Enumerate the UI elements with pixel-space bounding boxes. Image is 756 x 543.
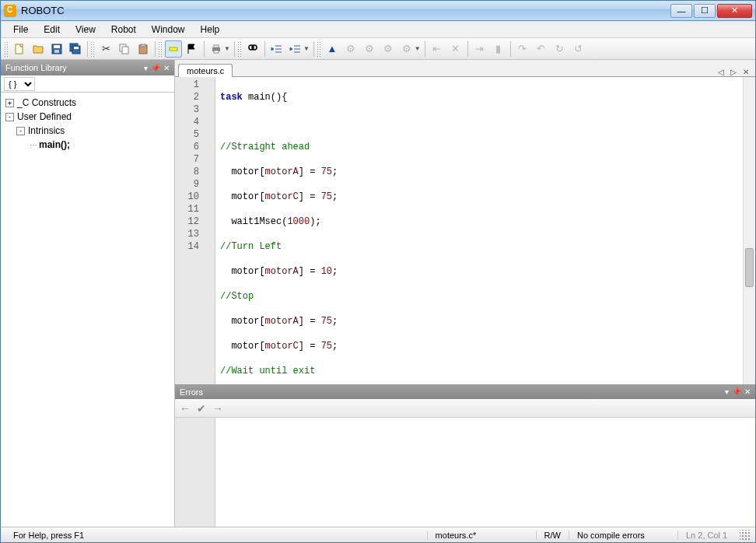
next-error-icon[interactable]: →: [212, 402, 223, 415]
tree-node-main[interactable]: ⋯ main();: [2, 138, 173, 152]
line-number: 10: [178, 191, 199, 203]
copy-icon[interactable]: [116, 40, 133, 58]
tool-dropdown-icon[interactable]: ▼: [415, 45, 421, 52]
panel-pin-icon[interactable]: 📌: [732, 387, 741, 396]
toolbar-grip[interactable]: [237, 41, 242, 57]
function-tree[interactable]: + _C Constructs - User Defined - Intrins…: [1, 93, 174, 527]
svg-rect-0: [16, 44, 23, 54]
library-selector: { }: [1, 75, 174, 93]
line-number: 2: [178, 91, 199, 103]
tab-close-icon[interactable]: ✕: [740, 68, 752, 76]
prev-error-icon[interactable]: ←: [180, 402, 191, 415]
status-help: For Help, press F1: [5, 531, 427, 540]
outdent-icon[interactable]: [268, 40, 285, 58]
vertical-scrollbar[interactable]: [743, 77, 755, 384]
toolbar-grip[interactable]: [90, 41, 95, 57]
toolbar-grip[interactable]: [4, 41, 9, 57]
status-file: moteurs.c*: [427, 531, 536, 540]
resize-grip-icon[interactable]: [740, 530, 751, 541]
errors-title: Errors: [180, 387, 203, 397]
code-text[interactable]: task main(){ //Straight ahead motor[moto…: [215, 77, 743, 384]
compile-icon[interactable]: ▲: [324, 40, 341, 58]
flag-icon[interactable]: [184, 40, 201, 58]
maximize-button[interactable]: ☐: [694, 4, 716, 18]
debug-icon[interactable]: ↷: [514, 40, 531, 58]
line-number: 7: [178, 153, 199, 166]
function-library-panel: Function Library ▾ 📌 ✕ { } + _C Construc…: [1, 60, 175, 527]
menu-window[interactable]: Window: [145, 23, 191, 37]
panel-pin-icon[interactable]: 📌: [151, 64, 160, 72]
errors-toolbar: ← ✔ →: [175, 399, 755, 418]
tree-label: User Defined: [17, 111, 72, 122]
menu-help[interactable]: Help: [194, 23, 226, 37]
panel-dropdown-icon[interactable]: ▾: [144, 64, 148, 72]
library-dropdown[interactable]: { }: [4, 77, 35, 91]
svg-rect-2: [54, 45, 60, 48]
debug-icon[interactable]: ↺: [570, 40, 587, 58]
editor-panel: moteurs.c ◁ ▷ ✕ 1 2 3 4 5 6 7 8 9 10 11 …: [175, 60, 755, 527]
function-library-header[interactable]: Function Library ▾ 📌 ✕: [1, 60, 174, 75]
menu-file[interactable]: File: [7, 23, 34, 37]
check-icon[interactable]: ✔: [197, 402, 206, 415]
menu-edit[interactable]: Edit: [37, 23, 66, 37]
debug-stop-icon[interactable]: ✕: [447, 40, 464, 58]
line-number: 6: [178, 141, 199, 153]
close-button[interactable]: ✕: [717, 4, 752, 18]
panel-close-icon[interactable]: ✕: [744, 387, 751, 396]
indent-dropdown-icon[interactable]: ▼: [303, 45, 310, 52]
tree-node-intrinsics[interactable]: - Intrinsics: [2, 124, 173, 138]
collapse-icon[interactable]: -: [5, 113, 14, 121]
tree-node-constructs[interactable]: + _C Constructs: [2, 96, 173, 110]
tab-prev-icon[interactable]: ◁: [715, 68, 727, 76]
app-window: ROBOTC — ☐ ✕ File Edit View Robot Window…: [0, 0, 756, 543]
cut-icon[interactable]: ✂: [97, 40, 114, 58]
panel-dropdown-icon[interactable]: ▾: [725, 387, 729, 396]
errors-list[interactable]: [175, 418, 755, 527]
debug-icon[interactable]: ↻: [551, 40, 569, 58]
tool-icon[interactable]: ⚙: [342, 40, 359, 58]
tree-label: Intrinsics: [28, 125, 65, 136]
svg-rect-11: [170, 47, 177, 51]
print-dropdown-icon[interactable]: ▼: [224, 45, 230, 52]
menu-view[interactable]: View: [69, 23, 102, 37]
open-file-icon[interactable]: [30, 40, 47, 58]
debug-step-icon[interactable]: ⇤: [429, 40, 446, 58]
tool-icon[interactable]: ⚙: [380, 40, 397, 58]
line-number: 12: [178, 215, 199, 228]
save-all-icon[interactable]: [67, 40, 84, 58]
tool-icon[interactable]: ⚙: [398, 40, 415, 58]
scrollbar-thumb[interactable]: [745, 248, 754, 287]
toolbar-grip[interactable]: [158, 41, 163, 57]
panel-title: Function Library: [5, 63, 67, 72]
print-icon[interactable]: [208, 40, 225, 58]
save-icon[interactable]: [48, 40, 65, 58]
debug-icon[interactable]: ▮: [490, 40, 507, 58]
indent-icon[interactable]: [287, 40, 304, 58]
errors-header[interactable]: Errors ▾ 📌 ✕: [175, 384, 755, 399]
debug-icon[interactable]: ↶: [533, 40, 550, 58]
tab-moteurs[interactable]: moteurs.c: [178, 64, 233, 77]
minimize-button[interactable]: —: [670, 4, 692, 18]
status-compile: No compile errors: [569, 531, 677, 540]
line-number: 3: [178, 103, 199, 116]
main-area: Function Library ▾ 📌 ✕ { } + _C Construc…: [1, 60, 755, 527]
menubar: File Edit View Robot Window Help: [1, 21, 755, 38]
toggle-tool-icon[interactable]: [165, 40, 182, 58]
line-gutter: 1 2 3 4 5 6 7 8 9 10 11 12 13 14: [175, 77, 215, 384]
tool-icon[interactable]: ⚙: [361, 40, 378, 58]
paste-icon[interactable]: [135, 40, 152, 58]
tab-next-icon[interactable]: ▷: [727, 68, 740, 76]
new-file-icon[interactable]: [11, 40, 28, 58]
line-number: 4: [178, 116, 199, 128]
collapse-icon[interactable]: -: [16, 127, 25, 135]
expand-icon[interactable]: +: [5, 99, 14, 107]
menu-robot[interactable]: Robot: [105, 23, 142, 37]
panel-close-icon[interactable]: ✕: [163, 64, 170, 72]
status-rw: R/W: [536, 531, 569, 540]
code-editor[interactable]: 1 2 3 4 5 6 7 8 9 10 11 12 13 14 task ma…: [175, 77, 755, 384]
find-icon[interactable]: [244, 40, 261, 58]
titlebar[interactable]: ROBOTC — ☐ ✕: [1, 1, 755, 21]
tree-node-userdefined[interactable]: - User Defined: [2, 110, 173, 124]
toolbar-grip[interactable]: [317, 41, 321, 57]
debug-icon[interactable]: ⇥: [471, 40, 488, 58]
